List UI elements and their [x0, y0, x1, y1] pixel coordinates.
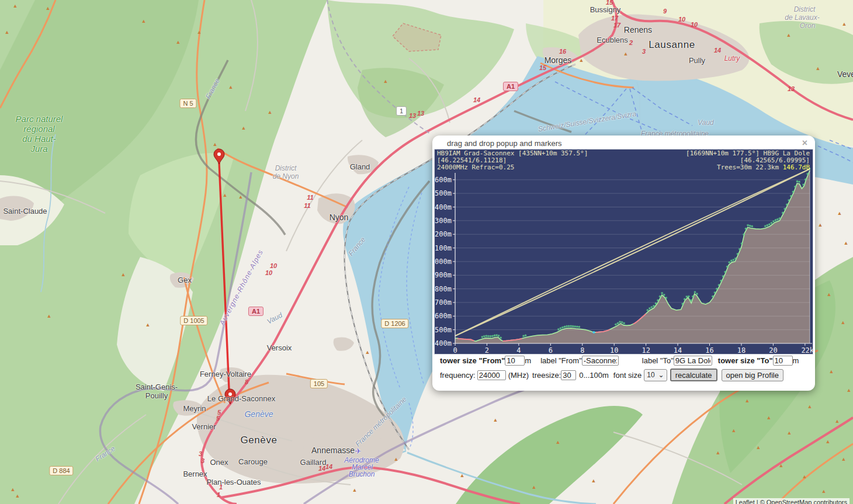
tower-from-label: tower size "From": [440, 356, 505, 365]
tower-from-input[interactable]: [505, 356, 525, 366]
treesize-label: treesize:: [532, 371, 561, 380]
y-tick-label: 1500m: [435, 189, 452, 197]
label-from-input[interactable]: [582, 356, 619, 366]
tower-to-unit: m: [793, 356, 799, 365]
frequency-input[interactable]: [477, 370, 506, 380]
y-tick-label: 1600m: [435, 176, 452, 184]
chart-to-info: [1669NN+10m 177.5°] HB9G La Dole [46.425…: [686, 150, 810, 171]
tower-from-unit: m: [525, 356, 531, 365]
x-tick-label: 14: [674, 346, 682, 354]
y-tick-label: 1000m: [435, 258, 452, 266]
path-loss-line: Trees=30m 22.3km 146.7dB: [686, 164, 810, 171]
tower-to-input[interactable]: [773, 356, 793, 366]
x-tick-label: 20: [769, 346, 777, 354]
water-point: [592, 331, 595, 333]
x-tick-label: 18: [737, 346, 745, 354]
x-tick-label: 8: [580, 346, 584, 354]
treesize-range: 0...100m: [579, 371, 609, 380]
elevation-profile-chart[interactable]: 400m500m600m700m800m900m1000m1100m1200m1…: [434, 149, 813, 354]
treesize-input[interactable]: [561, 370, 576, 380]
label-to-label: label "To": [642, 356, 674, 365]
x-tick-label: 16: [705, 346, 713, 354]
map[interactable]: Parc naturelrégionaldu Haut-JuraSaint-Cl…: [0, 0, 853, 504]
open-big-profile-button[interactable]: open big Profile: [722, 369, 783, 381]
recalculate-button[interactable]: recalculate: [670, 369, 717, 381]
terrain-area: [455, 171, 810, 343]
x-tick-label: 4: [516, 346, 521, 354]
label-from-label: label "From": [540, 356, 582, 365]
frequency-unit: (MHz): [508, 371, 529, 380]
x-tick-label: 0: [453, 346, 457, 354]
frequency-label: frequency:: [440, 371, 476, 380]
path-loss-value: 146.7dB: [783, 164, 810, 171]
y-tick-label: 1300m: [435, 217, 452, 225]
tower-to-label: tower size "To": [718, 356, 773, 365]
y-tick-label: 600m: [435, 312, 452, 320]
label-to-input[interactable]: [674, 356, 712, 366]
y-tick-label: 1400m: [435, 203, 452, 211]
x-tick-label: 22km: [801, 346, 813, 354]
y-tick-label: 500m: [435, 326, 452, 334]
chart-from-info: HB9IAM Grad-Saconnex [435NN+10m 357.5°] …: [437, 150, 588, 171]
profile-popup[interactable]: drag and drop popup and markers × 400m50…: [432, 135, 815, 391]
y-tick-label: 700m: [435, 298, 452, 307]
x-tick-label: 10: [610, 346, 618, 354]
frequency-line: 24000MHz Refrac=0.25: [437, 164, 588, 171]
x-tick-label: 12: [642, 346, 650, 354]
y-tick-label: 1100m: [435, 244, 452, 252]
popup-drag-header[interactable]: drag and drop popup and markers: [447, 139, 562, 148]
chevron-down-icon: ⌄: [658, 371, 664, 379]
y-tick-label: 800m: [435, 285, 452, 293]
font-size-select[interactable]: 10⌄: [644, 369, 667, 381]
close-icon[interactable]: ×: [802, 138, 807, 148]
x-tick-label: 6: [549, 346, 553, 354]
y-tick-label: 900m: [435, 271, 452, 279]
y-tick-label: 1200m: [435, 230, 452, 238]
map-attribution: Leaflet | © OpenStreetMap contributors: [733, 498, 849, 504]
x-tick-label: 2: [485, 346, 489, 354]
fontsize-label: font size: [613, 371, 642, 380]
y-tick-label: 400m: [435, 339, 452, 347]
